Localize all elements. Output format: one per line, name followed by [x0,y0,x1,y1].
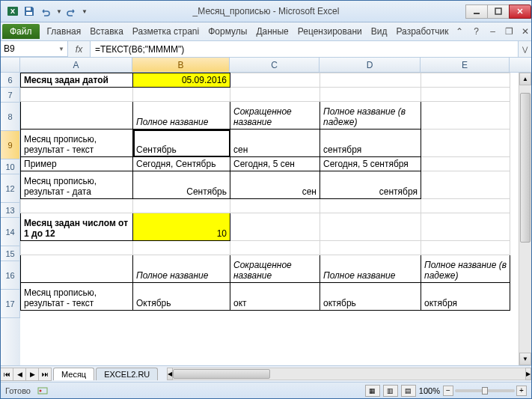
tab-data[interactable]: Данные [251,23,293,40]
row-header-6[interactable]: 6 [1,73,20,88]
cell-A8[interactable] [21,102,133,130]
cell-C8[interactable]: Сокращенное название [230,102,320,130]
cell-E8[interactable] [421,102,510,130]
cell-A10[interactable]: Пример [21,157,133,171]
cell-C7[interactable] [230,88,320,102]
cell-B14[interactable]: 10 [133,213,230,241]
tab-nav-prev-icon[interactable]: ◀ [13,368,26,381]
cell-E15[interactable] [421,241,510,255]
cell-D16[interactable]: Полное название [320,255,421,283]
select-all-corner[interactable] [1,58,20,72]
scroll-right-icon[interactable]: ▶ [525,368,531,380]
row-header-15[interactable]: 15 [1,246,20,261]
file-tab[interactable]: Файл [2,24,40,39]
cell-E12[interactable] [421,171,510,199]
tab-view[interactable]: Вид [367,23,392,40]
tab-nav-next-icon[interactable]: ▶ [25,368,39,381]
close-button[interactable] [509,4,531,19]
cell-B12[interactable]: Сентябрь [133,171,230,199]
cell-C13[interactable] [230,199,320,213]
doc-close-icon[interactable]: ✕ [519,25,532,38]
cell-B10[interactable]: Сегодня, Сентябрь [133,157,230,171]
zoom-slider[interactable] [455,389,515,392]
tab-page-layout[interactable]: Разметка страni [128,23,204,40]
cell-A14[interactable]: Месяц задан числом от 1 до 12 [21,213,133,241]
formula-input[interactable] [91,41,518,57]
help-icon[interactable]: ? [469,25,483,38]
cell-E13[interactable] [421,199,510,213]
row-header-9[interactable]: 9 [1,131,20,159]
cell-B13[interactable] [133,199,230,213]
cell-A13[interactable] [21,199,133,213]
row-header-7[interactable]: 7 [1,88,20,103]
row-header-10[interactable]: 10 [1,159,20,174]
tab-insert[interactable]: Вставка [85,23,128,40]
cell-C12[interactable]: сен [230,171,320,199]
formula-bar-expand-icon[interactable]: ⋁ [518,41,531,57]
sheet-tab-active[interactable]: Месяц [53,368,94,380]
cell-E10[interactable] [421,157,510,171]
row-header-12[interactable]: 12 [1,174,20,203]
cell-B8[interactable]: Полное название [133,102,230,130]
maximize-button[interactable] [487,4,510,19]
row-header-14[interactable]: 14 [1,218,20,246]
col-header-B[interactable]: B [132,58,230,72]
fx-button[interactable]: fx [68,41,91,57]
sheet-tab-2[interactable]: EXCEL2.RU [96,368,158,380]
tab-developer[interactable]: Разработчик [391,23,453,40]
undo-dropdown-icon[interactable]: ▼ [56,8,62,15]
cell-A9[interactable]: Месяц прописью, результат - текст [21,130,133,157]
minimize-ribbon-icon[interactable]: ⌃ [453,25,466,38]
scroll-up-icon[interactable]: ▲ [519,73,531,85]
cell-D17[interactable]: октябрь [320,283,421,311]
cells-table[interactable]: Месяц задан датой 05.09.2016 Полное назв… [20,73,510,311]
doc-restore-icon[interactable]: ❐ [502,25,516,38]
zoom-out-button[interactable]: − [443,386,453,396]
horizontal-scrollbar[interactable]: ◀ ▶ [167,368,531,380]
col-header-A[interactable]: A [20,58,132,72]
undo-icon[interactable] [38,4,53,19]
cell-C10[interactable]: Сегодня, 5 сен [230,157,320,171]
col-header-D[interactable]: D [319,58,421,72]
name-box-dropdown-icon[interactable]: ▼ [58,46,64,52]
row-header-8[interactable]: 8 [1,103,20,131]
scroll-thumb-h[interactable] [173,369,270,379]
vertical-scrollbar[interactable]: ▲ ▼ [519,73,531,365]
view-normal-icon[interactable]: ▦ [365,385,380,397]
cell-B15[interactable] [133,241,230,255]
zoom-slider-thumb[interactable] [482,387,488,395]
save-icon[interactable] [22,4,37,19]
cell-A7[interactable] [21,88,133,102]
cell-D14[interactable] [320,213,421,241]
tab-nav-last-icon[interactable]: ⏭ [38,368,52,381]
col-header-C[interactable]: C [230,58,319,72]
cell-A12[interactable]: Месяц прописью, результат - дата [21,171,133,199]
cell-A16[interactable] [21,255,133,283]
cell-D10[interactable]: Сегодня, 5 сентября [320,157,421,171]
cell-C14[interactable] [230,213,320,241]
tab-formulas[interactable]: Формулы [204,23,251,40]
cell-D6[interactable] [320,73,421,88]
cell-B6[interactable]: 05.09.2016 [133,73,230,88]
macro-record-icon[interactable] [37,385,49,397]
cell-A6[interactable]: Месяц задан датой [21,73,133,88]
tab-review[interactable]: Рецензировани [293,23,367,40]
row-header-13[interactable]: 13 [1,203,20,218]
scroll-thumb-v[interactable] [520,93,531,243]
cell-B9[interactable]: Сентябрь [133,130,230,157]
qat-customize-icon[interactable]: ▼ [82,8,88,15]
cell-C16[interactable]: Сокращенное название [230,255,320,283]
cell-E7[interactable] [421,88,510,102]
row-header-16[interactable]: 16 [1,261,20,290]
cell-B17[interactable]: Октябрь [133,283,230,311]
cell-C15[interactable] [230,241,320,255]
cell-B7[interactable] [133,88,230,102]
cell-D12[interactable]: сентября [320,171,421,199]
cell-E16[interactable]: Полное название (в падеже) [421,255,510,283]
cell-D13[interactable] [320,199,421,213]
scroll-left-icon[interactable]: ◀ [167,368,173,380]
cell-D7[interactable] [320,88,421,102]
tab-nav-first-icon[interactable]: ⏮ [0,368,13,381]
zoom-in-button[interactable]: + [516,386,527,396]
cell-D8[interactable]: Полное название (в падеже) [320,102,421,130]
